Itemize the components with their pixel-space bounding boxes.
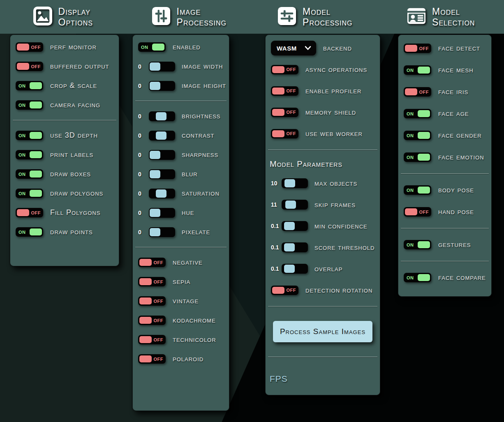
toggle-state-label: OFF: [419, 46, 429, 51]
backend-select[interactable]: WASM: [271, 41, 316, 55]
toggle-detection-rotation[interactable]: OFF: [271, 286, 298, 295]
row-blur: 0blur: [133, 164, 229, 184]
slider-image-height[interactable]: [149, 81, 175, 91]
toggle-knob: [405, 208, 417, 215]
toggle-crop-scale[interactable]: ON: [16, 81, 43, 90]
toggle-body-pose[interactable]: ON: [404, 185, 431, 195]
toggle-face-gender[interactable]: ON: [404, 131, 431, 140]
slider-value: 0.1: [271, 244, 282, 251]
slider-image-width[interactable]: [149, 62, 175, 71]
toggle-knob: [139, 278, 152, 285]
slider-handle[interactable]: [285, 201, 296, 209]
slider-skip-frames[interactable]: [282, 200, 308, 210]
toggle-state-label: ON: [18, 133, 26, 138]
slider-handle[interactable]: [284, 243, 295, 251]
slider-brightness[interactable]: [149, 111, 175, 121]
row-sepia: OFFsepia: [133, 272, 229, 291]
toggle-enabled[interactable]: ON: [138, 42, 166, 52]
toggle-memory-shield[interactable]: OFF: [271, 108, 298, 117]
item-label: sepia: [173, 277, 190, 286]
toggle-face-age[interactable]: ON: [404, 109, 431, 118]
slider-handle[interactable]: [284, 222, 295, 230]
divider: [135, 247, 227, 247]
slider-max-objects[interactable]: [282, 178, 308, 188]
slider-handle[interactable]: [150, 82, 160, 90]
image-icon: [33, 7, 52, 27]
toggle-draw-boxes[interactable]: ON: [16, 169, 43, 179]
toggle-gestures[interactable]: ON: [404, 240, 431, 249]
toggle-face-compare[interactable]: ON: [404, 273, 431, 282]
toggle-draw-points[interactable]: ON: [16, 227, 43, 237]
toggle-face-mesh[interactable]: ON: [404, 65, 431, 75]
toggle-state-label: OFF: [31, 64, 41, 69]
toggle-face-iris[interactable]: OFF: [404, 87, 431, 97]
toggle-state-label: OFF: [154, 357, 164, 362]
row-min-confidence: 0.1min confidence: [266, 215, 380, 237]
toggle-camera-facing[interactable]: ON: [16, 100, 43, 110]
toggle-technicolor[interactable]: OFF: [138, 335, 166, 344]
slider-handle[interactable]: [150, 228, 160, 236]
panel-display-options: OFFperf monitorOFFbuffered outputONcrop …: [10, 35, 119, 266]
item-label: face mesh: [438, 66, 474, 74]
slider-handle[interactable]: [150, 151, 160, 159]
slider-pixelate[interactable]: [149, 227, 175, 237]
slider-handle[interactable]: [150, 62, 160, 71]
slider-value: 0: [138, 132, 149, 139]
divider: [268, 150, 377, 150]
toggle-knob: [418, 274, 430, 281]
panel-image-processing: ONenabled0image width0image height0brigh…: [132, 35, 229, 411]
row-async-operations: OFFasync operations: [266, 59, 380, 80]
toggle-polaroid[interactable]: OFF: [138, 354, 166, 364]
toggle-use-3d-depth[interactable]: ON: [16, 131, 43, 140]
slider-handle[interactable]: [156, 189, 166, 198]
slider-blur[interactable]: [149, 169, 175, 179]
slider-handle[interactable]: [284, 179, 295, 187]
item-label: gestures: [438, 240, 471, 249]
slider-handle[interactable]: [284, 265, 295, 273]
slider-handle[interactable]: [156, 131, 166, 140]
process-sample-images-button[interactable]: Process Sample Images: [273, 321, 372, 342]
slider-handle[interactable]: [150, 170, 160, 178]
row-perf-monitor: OFFperf monitor: [10, 37, 119, 57]
item-label: use web worker: [305, 129, 363, 138]
slider-contrast[interactable]: [149, 131, 175, 141]
header-title-image-processing: ImageProcessing: [177, 6, 227, 28]
toggle-enable-profiler[interactable]: OFF: [271, 86, 298, 96]
slider-score-threshold[interactable]: [282, 242, 308, 252]
item-label: camera facing: [50, 101, 100, 109]
row-enable-profiler: OFFenable profiler: [266, 80, 380, 101]
header-title-line2: Processing: [177, 17, 227, 28]
slider-hue[interactable]: [149, 208, 175, 218]
toggle-face-detect[interactable]: OFF: [404, 44, 431, 53]
item-label: print labels: [50, 150, 93, 159]
toggle-face-emotion[interactable]: ON: [404, 152, 431, 162]
toggle-async-operations[interactable]: OFF: [271, 65, 298, 74]
toggle-buffered-output[interactable]: OFF: [16, 62, 43, 71]
toggle-state-label: ON: [141, 45, 148, 50]
slider-min-confidence[interactable]: [282, 221, 308, 231]
toggle-kodachrome[interactable]: OFF: [138, 316, 166, 325]
slider-handle[interactable]: [150, 209, 160, 217]
row-hue: 0hue: [133, 203, 229, 222]
slider-handle[interactable]: [156, 112, 166, 120]
slider-saturation[interactable]: [149, 189, 175, 198]
toggle-print-labels[interactable]: ON: [16, 150, 43, 159]
slider-value: 0: [138, 229, 149, 235]
toggle-knob: [139, 259, 152, 266]
toggle-perf-monitor[interactable]: OFF: [16, 42, 43, 52]
toggle-fill-polygons[interactable]: OFF: [16, 208, 43, 217]
slider-overlap[interactable]: [282, 264, 308, 274]
toggle-draw-polygons[interactable]: ON: [16, 189, 43, 198]
toggle-hand-pose[interactable]: OFF: [404, 207, 431, 217]
item-label: face compare: [438, 273, 486, 282]
row-enabled: ONenabled: [133, 37, 229, 57]
slider-sharpness[interactable]: [149, 150, 175, 160]
toggle-knob: [30, 228, 42, 235]
toggle-knob: [17, 44, 29, 51]
header-title-model-selection: ModelSelection: [432, 6, 475, 28]
toggle-negative[interactable]: OFF: [138, 258, 166, 267]
panel-model-selection: OFFface detectONface meshOFFface irisONf…: [398, 35, 492, 297]
toggle-use-web-worker[interactable]: OFF: [271, 129, 298, 138]
toggle-vintage[interactable]: OFF: [138, 296, 166, 306]
toggle-sepia[interactable]: OFF: [138, 277, 166, 286]
